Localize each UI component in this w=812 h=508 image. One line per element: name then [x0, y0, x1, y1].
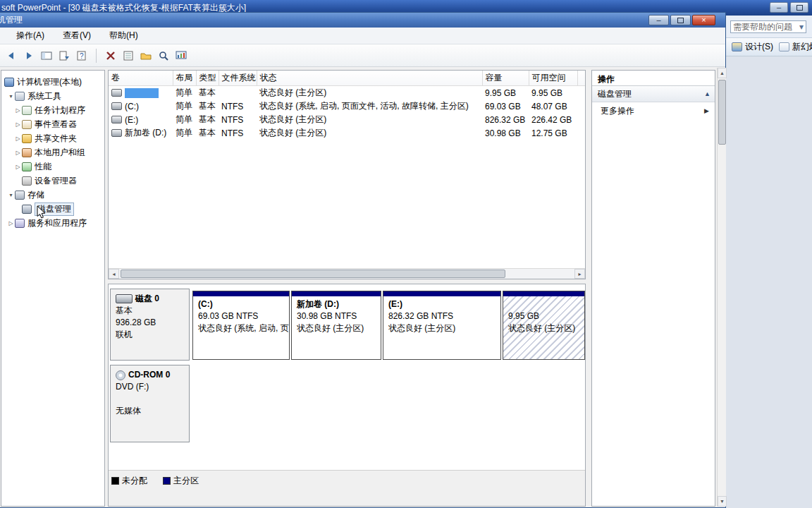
close-icon[interactable]: × — [692, 15, 715, 25]
sidebar-item-task-scheduler[interactable]: ▷ 任务计划程序 — [1, 103, 104, 117]
sidebar-item-local-users-groups[interactable]: ▷ 本地用户和组 — [1, 145, 104, 159]
help-doc-icon[interactable]: ? — [75, 49, 88, 62]
device-manager-icon — [22, 176, 32, 186]
legend-item-primary-partition: 主分区 — [163, 475, 199, 487]
collapsed-arrow-icon[interactable]: ▷ — [7, 220, 15, 226]
maximize-icon[interactable] — [790, 2, 808, 13]
new-slide-button[interactable]: 新幻灯 — [792, 41, 812, 53]
partition-color-bar — [193, 291, 289, 296]
legend-item-unallocated: 未分配 — [111, 475, 147, 487]
scroll-left-icon[interactable]: ◂ — [109, 269, 119, 279]
scroll-right-icon[interactable]: ▸ — [574, 269, 585, 279]
task-scheduler-icon — [22, 106, 32, 115]
window-titlebar[interactable]: 机管理 – × — [0, 13, 725, 28]
scroll-up-icon[interactable]: ▲ — [718, 68, 727, 78]
disk-icon — [116, 294, 133, 303]
more-actions-item[interactable]: 更多操作 ▶ — [592, 102, 715, 119]
powerpoint-menu-strip: 需要帮助的问题 ▾ — [726, 16, 812, 38]
sidebar-item-disk-management[interactable]: 磁盘管理 — [1, 202, 104, 216]
volume-icon — [111, 89, 122, 97]
system-tools-icon — [15, 92, 25, 101]
table-row[interactable]: 简单 基本 状态良好 (主分区) 9.95 GB 9.95 GB — [109, 86, 586, 100]
delete-icon[interactable] — [104, 49, 117, 62]
properties-icon[interactable] — [122, 49, 135, 62]
export-list-icon[interactable] — [58, 49, 70, 62]
sidebar-item-performance[interactable]: ▷ 性能 — [1, 159, 104, 174]
column-header-free-space[interactable]: 可用空间 — [529, 71, 577, 86]
sidebar-item-shared-folders[interactable]: ▷ 共享文件夹 — [1, 131, 104, 145]
legend: 未分配 主分区 — [109, 470, 585, 506]
open-folder-icon[interactable] — [140, 49, 152, 62]
screen: soft PowerPoint - [30 磁盘未被格式化恢复-根据FAT表算出… — [0, 0, 812, 508]
sidebar-item-storage[interactable]: ▾ 存储 — [1, 188, 104, 202]
maximize-icon[interactable] — [670, 15, 691, 25]
table-header-row: 卷 布局 类型 文件系统 状态 容量 可用空间 — [109, 71, 586, 86]
volume-icon — [111, 102, 122, 110]
shared-folders-icon — [22, 134, 32, 143]
partition-selected[interactable]: 9.95 GB 状态良好 (主分区) — [503, 291, 585, 360]
column-header-layout[interactable]: 布局 — [173, 71, 196, 86]
disk-0-label[interactable]: 磁盘 0 基本 936.28 GB 联机 — [110, 289, 190, 361]
column-header-volume[interactable]: 卷 — [109, 71, 173, 86]
mouse-cursor — [37, 205, 47, 219]
partition-c[interactable]: (C:) 69.03 GB NTFS 状态良好 (系统, 启动, 页 — [192, 291, 290, 360]
design-button[interactable]: 设计(S) — [745, 41, 773, 53]
minimize-icon[interactable]: – — [648, 15, 669, 25]
partition-d[interactable]: 新加卷 (D:) 30.98 GB NTFS 状态良好 (主分区) — [291, 291, 381, 360]
partition-e[interactable]: (E:) 826.32 GB NTFS 状态良好 (主分区) — [383, 291, 501, 360]
scrollbar-thumb[interactable] — [121, 270, 505, 278]
column-header-status[interactable]: 状态 — [257, 71, 482, 86]
sidebar-item-device-manager[interactable]: 设备管理器 — [1, 174, 104, 188]
volume-icon — [111, 129, 122, 137]
storage-icon — [15, 190, 25, 200]
scroll-down-icon[interactable]: ▼ — [718, 496, 727, 507]
collapsed-arrow-icon[interactable]: ▷ — [14, 121, 22, 128]
actions-pane: 操作 磁盘管理 ▲ 更多操作 ▶ — [591, 70, 715, 507]
flyout-arrow-icon: ▶ — [704, 107, 709, 114]
volume-table: 卷 布局 类型 文件系统 状态 容量 可用空间 简单 基本 状 — [109, 71, 586, 140]
collapsed-arrow-icon[interactable]: ▷ — [14, 164, 22, 170]
chart-icon[interactable] — [175, 49, 187, 62]
table-row[interactable]: (E:) 简单 基本 NTFS 状态良好 (主分区) 826.32 GB 226… — [109, 113, 586, 126]
minimize-icon[interactable]: – — [770, 2, 788, 13]
collapse-section-icon[interactable]: ▲ — [704, 90, 710, 97]
toolbar-separator — [96, 49, 97, 63]
menu-help[interactable]: 帮助(H) — [109, 30, 138, 42]
sidebar-item-computer-management[interactable]: 计算机管理(本地) — [1, 75, 104, 89]
scrollbar-thumb[interactable] — [718, 80, 726, 145]
zoom-icon[interactable] — [157, 49, 170, 62]
show-console-tree-icon[interactable] — [40, 49, 53, 62]
expanded-arrow-icon[interactable]: ▾ — [7, 192, 15, 198]
column-header-type[interactable]: 类型 — [196, 71, 219, 86]
table-row[interactable]: (C:) 简单 基本 NTFS 状态良好 (系统, 启动, 页面文件, 活动, … — [109, 99, 586, 113]
vertical-scrollbar[interactable]: ▲ ▼ — [717, 68, 726, 507]
computer-management-window: 机管理 – × 操作(A) 查看(V) 帮助(H) ? — [0, 12, 726, 508]
cd-icon — [116, 370, 125, 380]
column-header-filesystem[interactable]: 文件系统 — [219, 71, 257, 86]
partition-color-bar — [383, 291, 500, 296]
forward-icon[interactable] — [23, 49, 35, 62]
collapsed-arrow-icon[interactable]: ▷ — [14, 135, 22, 142]
local-users-icon — [22, 148, 32, 157]
computer-icon — [4, 78, 14, 87]
menu-action[interactable]: 操作(A) — [16, 30, 44, 42]
back-icon[interactable] — [5, 49, 18, 62]
collapsed-arrow-icon[interactable]: ▷ — [14, 150, 22, 156]
cdrom-0-label[interactable]: CD-ROM 0 DVD (F:) 无媒体 — [110, 365, 190, 442]
column-header-capacity[interactable]: 容量 — [482, 71, 529, 86]
console-tree: 计算机管理(本地) ▾ 系统工具 ▷ 任务计划程序 ▷ 事件查看器 — [1, 70, 105, 507]
volume-icon — [111, 116, 122, 123]
sidebar-item-system-tools[interactable]: ▾ 系统工具 — [1, 89, 104, 103]
actions-pane-title: 操作 — [592, 71, 715, 86]
menu-view[interactable]: 查看(V) — [63, 30, 91, 42]
horizontal-scrollbar[interactable]: ◂ ▸ — [109, 268, 585, 279]
partition-color-bar — [292, 291, 381, 296]
sidebar-item-event-viewer[interactable]: ▷ 事件查看器 — [1, 117, 104, 131]
column-header-extra — [577, 71, 586, 86]
table-row[interactable]: 新加卷 (D:) 简单 基本 NTFS 状态良好 (主分区) 30.98 GB … — [109, 126, 586, 140]
actions-section-disk-management[interactable]: 磁盘管理 ▲ — [592, 86, 715, 102]
expanded-arrow-icon[interactable]: ▾ — [7, 93, 15, 99]
collapsed-arrow-icon[interactable]: ▷ — [14, 107, 22, 114]
sidebar-item-services-applications[interactable]: ▷ 服务和应用程序 — [1, 216, 104, 230]
help-question-box[interactable]: 需要帮助的问题 ▾ — [730, 20, 806, 33]
